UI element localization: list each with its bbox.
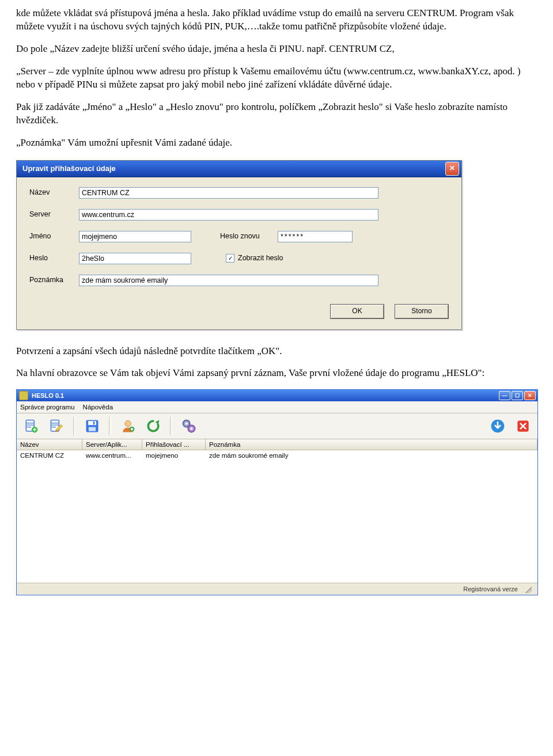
label-heslo-znovu: Heslo znovu: [191, 231, 278, 241]
table-row[interactable]: CENTRUM CZ www.centrum... mojejmeno zde …: [17, 450, 537, 462]
cell-server: www.centrum...: [82, 450, 142, 462]
heslo-input[interactable]: [79, 253, 191, 264]
resize-grip-icon[interactable]: [524, 585, 532, 593]
paragraph: „Poznámka" Vám umožní upřesnit Vámi zada…: [16, 136, 537, 150]
cell-nazev: CENTRUM CZ: [17, 450, 82, 462]
nazev-input[interactable]: [79, 187, 378, 199]
save-icon[interactable]: [81, 415, 103, 437]
menu-spravce-programu[interactable]: Správce programu: [20, 403, 75, 412]
svg-rect-6: [93, 422, 95, 425]
svg-point-12: [190, 428, 192, 430]
column-login[interactable]: Přihlašovací ...: [142, 439, 206, 450]
column-server[interactable]: Server/Aplik...: [82, 439, 142, 450]
toolbar-separator: [109, 417, 111, 435]
toolbar-separator: [73, 417, 75, 435]
cell-poznamka: zde mám soukromé emaily: [206, 450, 537, 462]
paragraph: Potvrzení a zapsání všech údajů následně…: [16, 345, 537, 358]
toolbar: [17, 413, 537, 439]
app-titlebar: HESLO 0.1 — ☐ ✕: [17, 390, 537, 401]
label-poznamka: Poznámka: [29, 275, 79, 285]
dialog-title: Upravit přihlašovací údaje: [22, 164, 445, 174]
heslo-main-window: HESLO 0.1 — ☐ ✕ Správce programu Nápověd…: [16, 389, 538, 595]
svg-rect-4: [88, 421, 96, 426]
paragraph: kde můžete vkládat svá přístupová jména …: [16, 7, 537, 33]
close-icon[interactable]: ✕: [445, 162, 459, 176]
delete-icon[interactable]: [512, 415, 534, 437]
paragraph: Pak již zadáváte „Jméno" a „Heslo" a „He…: [16, 101, 537, 127]
app-title: HESLO 0.1: [32, 392, 499, 400]
status-text: Registrovaná verze: [463, 585, 518, 594]
edit-record-icon[interactable]: [46, 415, 67, 437]
label-server: Server: [29, 210, 79, 219]
server-input[interactable]: [79, 209, 378, 221]
minimize-icon[interactable]: —: [499, 391, 510, 400]
column-nazev[interactable]: Název: [17, 439, 82, 450]
new-record-icon[interactable]: [20, 415, 42, 437]
dialog-titlebar: Upravit přihlašovací údaje ✕: [17, 161, 461, 177]
edit-credentials-dialog: Upravit přihlašovací údaje ✕ Název Serve…: [16, 160, 462, 330]
column-poznamka[interactable]: Poznámka: [206, 439, 537, 450]
refresh-icon[interactable]: [142, 415, 164, 437]
settings-icon[interactable]: [178, 415, 200, 437]
label-nazev: Název: [29, 188, 79, 197]
menu-napoveda[interactable]: Nápověda: [83, 403, 113, 412]
label-zobrazit-heslo: Zobrazit heslo: [238, 253, 283, 263]
heslo-znovu-input[interactable]: [278, 231, 353, 242]
statusbar: Registrovaná verze: [17, 583, 537, 595]
ok-button[interactable]: OK: [330, 304, 384, 319]
zobrazit-heslo-checkbox[interactable]: ✓: [226, 254, 234, 263]
close-icon[interactable]: ✕: [524, 391, 536, 400]
svg-point-7: [125, 421, 131, 427]
toolbar-separator: [170, 417, 172, 435]
table-body[interactable]: CENTRUM CZ www.centrum... mojejmeno zde …: [17, 450, 537, 583]
jmeno-input[interactable]: [79, 231, 191, 242]
download-icon[interactable]: [487, 415, 509, 437]
paragraph: „Server – zde vyplníte úplnou www adresu…: [16, 65, 537, 92]
svg-rect-5: [89, 427, 96, 431]
table-header: Název Server/Aplik... Přihlašovací ... P…: [17, 439, 537, 450]
poznamka-input[interactable]: [79, 275, 378, 286]
app-icon: [19, 391, 28, 400]
paragraph: Do pole „Název zadejte bližší určení své…: [16, 43, 537, 56]
storno-button[interactable]: Storno: [395, 304, 449, 319]
svg-point-10: [185, 423, 187, 425]
user-icon[interactable]: [117, 415, 139, 437]
maximize-icon[interactable]: ☐: [512, 391, 523, 400]
paragraph: Na hlavní obrazovce se Vám tak objeví Vá…: [16, 367, 537, 380]
label-jmeno: Jméno: [29, 231, 79, 241]
cell-login: mojejmeno: [142, 450, 206, 462]
label-heslo: Heslo: [29, 253, 79, 263]
menubar: Správce programu Nápověda: [17, 401, 537, 413]
